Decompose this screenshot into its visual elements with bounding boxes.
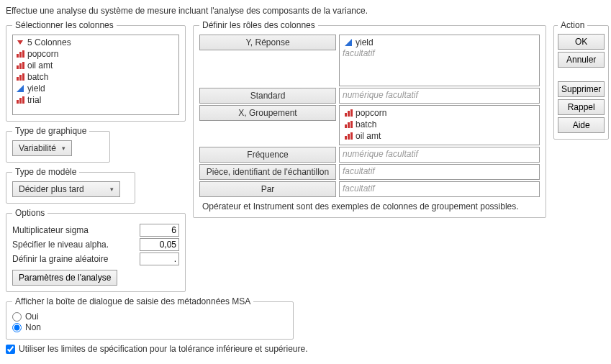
role-item-label: batch: [356, 119, 376, 130]
nominal-icon: [344, 109, 353, 117]
nominal-icon: [16, 50, 24, 58]
svg-rect-18: [345, 124, 347, 128]
svg-rect-17: [350, 109, 353, 117]
by-button[interactable]: Par: [199, 181, 336, 197]
svg-rect-16: [348, 111, 350, 117]
columns-list[interactable]: 5 Colonnes popcornoil amtbatchyieldtrial: [12, 35, 179, 115]
svg-marker-14: [345, 39, 352, 46]
svg-marker-10: [17, 85, 24, 92]
columns-count-row[interactable]: 5 Colonnes: [14, 37, 177, 48]
svg-rect-2: [19, 52, 22, 58]
piece-placeholder: facultatif: [343, 166, 375, 176]
svg-rect-12: [19, 98, 22, 104]
role-item[interactable]: batch: [343, 119, 536, 130]
role-item-label: popcorn: [356, 107, 386, 119]
svg-marker-0: [17, 40, 23, 45]
msa-yes-radio[interactable]: [12, 312, 22, 322]
msa-group: Afficher la boîte de dialogue de saisie …: [6, 296, 294, 340]
select-columns-group: Sélectionner les colonnes 5 Colonnes pop…: [6, 20, 186, 122]
frequency-placeholder: numérique facultatif: [343, 149, 418, 159]
model-type-group: Type de modèle Décider plus tard ▾: [6, 167, 135, 204]
frequency-box[interactable]: numérique facultatif: [339, 147, 540, 163]
column-item[interactable]: yield: [14, 83, 177, 94]
by-box[interactable]: facultatif: [339, 181, 540, 197]
options-group: Options Multiplicateur sigma Spécifier l…: [6, 208, 186, 292]
msa-yes-row[interactable]: Oui: [12, 311, 287, 322]
action-legend: Action: [558, 20, 587, 30]
select-columns-legend: Sélectionner les colonnes: [12, 20, 117, 30]
continuous-icon: [344, 38, 353, 47]
role-item[interactable]: popcorn: [343, 107, 536, 119]
standard-button[interactable]: Standard: [199, 88, 336, 104]
spec-limits-row[interactable]: Utiliser les limites de spécification po…: [6, 344, 605, 354]
column-item-label: oil amt: [27, 60, 53, 71]
svg-rect-4: [17, 65, 19, 69]
nominal-icon: [16, 61, 24, 70]
chart-type-legend: Type de graphique: [12, 126, 89, 136]
help-button[interactable]: Aide: [558, 117, 605, 133]
column-item-label: yield: [27, 83, 45, 94]
svg-rect-20: [350, 121, 353, 128]
svg-rect-13: [22, 96, 24, 104]
role-item[interactable]: oil amt: [343, 130, 536, 142]
roles-note: Opérateur et Instrument sont des exemple…: [199, 201, 540, 211]
svg-rect-9: [22, 73, 24, 81]
column-item[interactable]: trial: [14, 94, 177, 106]
sigma-input[interactable]: [140, 224, 179, 237]
piece-button[interactable]: Pièce, identifiant de l'échantillon: [199, 164, 336, 180]
svg-rect-6: [22, 62, 24, 69]
model-type-legend: Type de modèle: [12, 167, 79, 177]
piece-box[interactable]: facultatif: [339, 164, 540, 180]
y-placeholder: facultatif: [343, 48, 536, 58]
frequency-button[interactable]: Fréquence: [199, 147, 336, 163]
nominal-icon: [344, 120, 353, 129]
svg-rect-7: [17, 77, 19, 81]
column-item[interactable]: oil amt: [14, 60, 177, 71]
svg-rect-8: [19, 75, 22, 81]
msa-no-row[interactable]: Non: [12, 322, 287, 332]
svg-rect-15: [345, 113, 347, 117]
x-grouping-button[interactable]: X, Groupement: [199, 105, 336, 121]
standard-placeholder: numérique facultatif: [343, 90, 418, 100]
column-item-label: trial: [27, 94, 41, 106]
y-response-box[interactable]: yield facultatif: [339, 35, 540, 86]
recall-button[interactable]: Rappel: [558, 99, 605, 115]
msa-no-label: Non: [25, 322, 41, 332]
alpha-label: Spécifier le niveau alpha.: [12, 240, 109, 250]
spec-limits-checkbox[interactable]: [6, 345, 15, 354]
column-item[interactable]: batch: [14, 71, 177, 83]
cancel-button[interactable]: Annuler: [558, 52, 605, 68]
svg-rect-3: [22, 50, 24, 58]
standard-box[interactable]: numérique facultatif: [339, 88, 540, 104]
options-legend: Options: [12, 208, 47, 218]
msa-no-radio[interactable]: [12, 323, 22, 332]
alpha-input[interactable]: [140, 238, 179, 251]
column-item-label: popcorn: [27, 48, 58, 60]
spec-limits-label: Utiliser les limites de spécification po…: [19, 344, 308, 354]
roles-group: Définir les rôles des colonnes Y, Répons…: [193, 20, 546, 218]
disclose-icon[interactable]: [16, 39, 24, 46]
svg-rect-19: [348, 122, 350, 128]
by-placeholder: facultatif: [343, 183, 375, 194]
svg-rect-5: [19, 63, 22, 69]
role-item[interactable]: yield: [343, 37, 536, 48]
nominal-icon: [16, 96, 24, 104]
msa-legend: Afficher la boîte de dialogue de saisie …: [12, 296, 253, 306]
x-grouping-box[interactable]: popcornbatchoil amt: [339, 105, 540, 145]
ok-button[interactable]: OK: [558, 34, 605, 50]
remove-button[interactable]: Supprimer: [558, 81, 605, 97]
nominal-icon: [344, 132, 353, 140]
nominal-icon: [16, 73, 24, 81]
seed-input[interactable]: [140, 252, 179, 265]
column-item[interactable]: popcorn: [14, 48, 177, 60]
chart-type-dropdown[interactable]: Variabilité ▾: [12, 140, 72, 156]
analysis-params-button[interactable]: Paramètres de l'analyse: [12, 270, 117, 286]
chevron-down-icon: ▾: [62, 145, 65, 152]
dialog-description: Effectue une analyse du système de mesur…: [6, 6, 605, 16]
chart-type-value: Variabilité: [19, 143, 56, 153]
columns-count-label: 5 Colonnes: [27, 37, 71, 47]
model-type-dropdown[interactable]: Décider plus tard ▾: [12, 181, 120, 197]
y-response-button[interactable]: Y, Réponse: [199, 35, 336, 50]
continuous-icon: [16, 84, 24, 93]
svg-rect-11: [17, 100, 19, 104]
